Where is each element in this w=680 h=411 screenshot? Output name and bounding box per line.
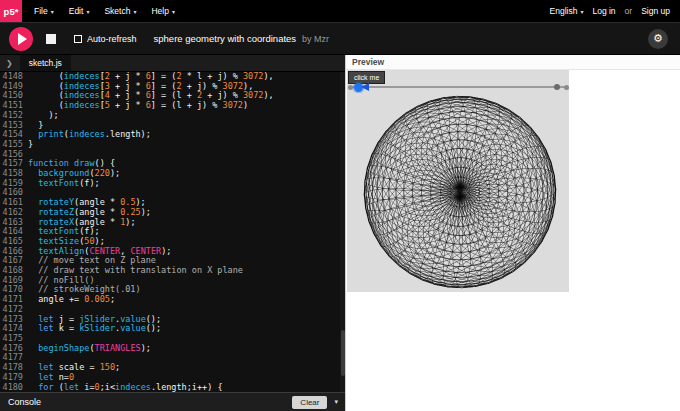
mouse-cursor-arrow xyxy=(361,83,369,91)
code-line[interactable]: 4176 beginShape(TRIANGLES); xyxy=(0,344,345,354)
code-text: (indeces[5 + j * 6] = (l + j) % 3072) xyxy=(28,101,248,111)
code-text: print(indeces.length); xyxy=(28,130,151,140)
sketch-title[interactable]: sphere geometry with coordinates xyxy=(154,33,297,44)
code-editor-pane: ❯ sketch.js 4148 (indeces[2 + j * 6] = (… xyxy=(0,55,345,392)
k-slider-thumb[interactable] xyxy=(554,84,560,90)
login-link[interactable]: Log in xyxy=(592,6,615,16)
signup-link[interactable]: Sign up xyxy=(641,6,670,16)
settings-button[interactable]: ⚙ xyxy=(648,29,668,49)
play-button[interactable] xyxy=(9,27,33,51)
code-text: angle += 0.005; xyxy=(28,295,115,305)
tab-sketch-js[interactable]: sketch.js xyxy=(20,55,71,71)
auto-refresh-control: Auto-refresh xyxy=(74,34,137,44)
preview-header: Preview xyxy=(346,55,680,70)
preview-body: click me xyxy=(346,70,680,411)
console-collapse-chevron-icon[interactable]: ▾ xyxy=(334,398,338,406)
console-clear-button[interactable]: Clear xyxy=(292,396,327,409)
sketch-canvas[interactable] xyxy=(347,70,569,292)
code-line[interactable]: 4152 ); xyxy=(0,111,345,121)
preview-title: Preview xyxy=(352,57,384,67)
menu-list: File▾ Edit▾ Sketch▾ Help▾ xyxy=(34,6,175,16)
code-text: let k = kSlider.value(); xyxy=(28,324,161,334)
stop-button[interactable] xyxy=(39,27,63,51)
line-number: 4180 xyxy=(0,383,28,393)
menu-help[interactable]: Help▾ xyxy=(151,6,175,16)
menu-file[interactable]: File▾ xyxy=(34,6,54,16)
menu-file-label: File xyxy=(34,6,48,16)
auto-refresh-checkbox[interactable] xyxy=(74,35,82,43)
language-menu[interactable]: English▾ xyxy=(550,6,584,16)
menu-sketch[interactable]: Sketch▾ xyxy=(104,6,136,16)
code-text: for (let i=0;i<indeces.length;i++) { xyxy=(28,383,223,393)
auto-refresh-label: Auto-refresh xyxy=(87,34,137,44)
code-line[interactable]: 4159 textFont(f); xyxy=(0,179,345,189)
editor-tabbar: ❯ sketch.js xyxy=(0,55,345,72)
code-text: textFont(f); xyxy=(28,179,100,189)
sketch-canvas-area: click me xyxy=(347,70,569,292)
chevron-down-icon: ▾ xyxy=(86,8,89,15)
menu-edit[interactable]: Edit▾ xyxy=(69,6,90,16)
code-line[interactable]: 4180 for (let i=0;i<indeces.length;i++) … xyxy=(0,383,345,393)
p5-logo[interactable]: p5* xyxy=(0,0,22,22)
menubar-right: English▾ Log in or Sign up xyxy=(550,6,670,16)
code-line[interactable]: 4174 let k = kSlider.value(); xyxy=(0,324,345,334)
chevron-down-icon: ▾ xyxy=(172,8,175,15)
code-editor[interactable]: 4148 (indeces[2 + j * 6] = (2 * l + j) %… xyxy=(0,72,345,392)
sketch-toolbar: Auto-refresh sphere geometry with coordi… xyxy=(0,22,680,55)
console-title: Console xyxy=(8,397,41,407)
chevron-down-icon: ▾ xyxy=(51,8,54,15)
chevron-down-icon: ▾ xyxy=(133,8,136,15)
language-label: English xyxy=(550,6,578,16)
chevron-down-icon: ▾ xyxy=(580,8,583,15)
gear-icon: ⚙ xyxy=(653,32,663,44)
code-lines: 4148 (indeces[2 + j * 6] = (2 * l + j) %… xyxy=(0,72,345,392)
menu-sketch-label: Sketch xyxy=(104,6,130,16)
menu-help-label: Help xyxy=(151,6,168,16)
stop-icon xyxy=(46,34,56,44)
p5-web-editor: p5* File▾ Edit▾ Sketch▾ Help▾ English▾ L… xyxy=(0,0,680,411)
code-text: beginShape(TRIANGLES); xyxy=(28,344,151,354)
code-line[interactable]: 4154 print(indeces.length); xyxy=(0,130,345,140)
console-bar: Console Clear ▾ xyxy=(0,392,345,411)
console-controls: Clear ▾ xyxy=(292,396,338,409)
menu-edit-label: Edit xyxy=(69,6,84,16)
menubar: p5* File▾ Edit▾ Sketch▾ Help▾ English▾ L… xyxy=(0,0,680,22)
editor-scrollbar-thumb[interactable] xyxy=(341,330,345,376)
code-text: } xyxy=(28,140,33,150)
code-line[interactable]: 4171 angle += 0.005; xyxy=(0,295,345,305)
j-slider[interactable] xyxy=(350,86,567,88)
or-text: or xyxy=(625,6,633,16)
preview-pane: Preview click me xyxy=(345,55,680,411)
code-line[interactable]: 4155} xyxy=(0,140,345,150)
play-icon xyxy=(18,33,27,45)
sketch-byline: by Mzr xyxy=(302,34,329,44)
sidebar-expand-chevron-icon[interactable]: ❯ xyxy=(6,59,13,68)
